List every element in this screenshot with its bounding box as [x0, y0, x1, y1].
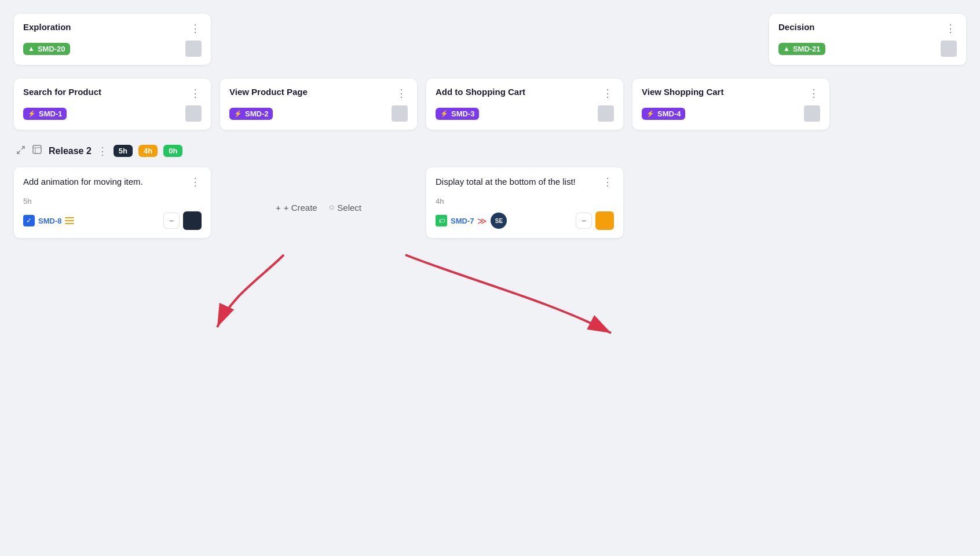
add-cart-avatar: [598, 105, 614, 122]
select-label: Select: [337, 203, 361, 213]
decision-avatar: [941, 41, 957, 57]
view-product-badge-text: SMD-2: [245, 109, 268, 118]
hamburger-line-3: [65, 223, 74, 224]
display-total-header: Display total at the bottom of the list!…: [436, 175, 614, 191]
release-cube-icon: [31, 144, 43, 158]
exploration-title: Exploration: [23, 22, 71, 32]
view-cart-footer: ⚡ SMD-4: [642, 105, 820, 122]
exploration-avatar: [185, 41, 202, 57]
bookmark-icon: 🏷: [436, 215, 447, 226]
exploration-card-header: Exploration ⋮: [23, 22, 202, 35]
hamburger-line-2: [65, 220, 74, 221]
add-cart-menu[interactable]: ⋮: [601, 87, 614, 100]
display-total-card: Display total at the bottom of the list!…: [426, 167, 623, 238]
time-badge-5h: 5h: [114, 145, 133, 157]
row-2: Search for Product ⋮ ⚡ SMD-1 View Produc…: [14, 79, 966, 130]
animation-card: Add animation for moving item. ⋮ 5h ✓ SM…: [14, 167, 211, 238]
release-col-2: + + Create ○ Select: [220, 167, 417, 247]
board: Exploration ⋮ ▲ SMD-20 Decision ⋮ ▲: [0, 0, 980, 261]
search-avatar: [185, 105, 202, 122]
chevron-double-icon: ≫: [477, 215, 487, 226]
add-cart-badge[interactable]: ⚡ SMD-3: [436, 108, 479, 120]
time-badge-4h: 4h: [138, 145, 158, 157]
decision-menu[interactable]: ⋮: [944, 22, 957, 35]
decision-badge[interactable]: ▲ SMD-21: [778, 43, 825, 55]
release-columns: Add animation for moving item. ⋮ 5h ✓ SM…: [14, 167, 966, 247]
view-cart-menu[interactable]: ⋮: [807, 87, 820, 100]
exploration-menu[interactable]: ⋮: [189, 22, 202, 35]
search-menu[interactable]: ⋮: [189, 87, 202, 100]
view-product-title: View Product Page: [229, 87, 308, 97]
display-total-left: 🏷 SMD-7 ≫ SE: [436, 213, 507, 229]
view-product-footer: ⚡ SMD-2: [229, 105, 408, 122]
exploration-badge[interactable]: ▲ SMD-20: [23, 43, 70, 55]
exploration-badge-text: SMD-20: [38, 45, 65, 53]
display-total-title: Display total at the bottom of the list!: [436, 175, 576, 188]
add-cart-header: Add to Shopping Cart ⋮: [436, 87, 614, 100]
animation-time: 5h: [23, 197, 202, 206]
animation-left: ✓ SMD-8: [23, 215, 74, 226]
select-button[interactable]: ○ Select: [329, 202, 361, 213]
view-cart-badge-icon: ⚡: [646, 110, 654, 118]
exploration-footer: ▲ SMD-20: [23, 41, 202, 57]
view-product-badge[interactable]: ⚡ SMD-2: [229, 108, 273, 120]
display-total-menu[interactable]: ⋮: [601, 175, 614, 188]
release-header: Release 2 ⋮ 5h 4h 0h: [14, 144, 966, 158]
search-product-card: Search for Product ⋮ ⚡ SMD-1: [14, 79, 211, 130]
add-cart-badge-text: SMD-3: [451, 109, 474, 118]
view-product-card: View Product Page ⋮ ⚡ SMD-2: [220, 79, 417, 130]
display-total-right: −: [576, 211, 614, 230]
avatar-se: SE: [491, 213, 507, 229]
decision-card: Decision ⋮ ▲ SMD-21: [769, 14, 966, 65]
view-product-avatar: [392, 105, 408, 122]
create-button[interactable]: + + Create: [276, 203, 317, 213]
search-footer: ⚡ SMD-1: [23, 105, 202, 122]
view-cart-title: View Shopping Cart: [642, 87, 723, 97]
view-product-header: View Product Page ⋮: [229, 87, 408, 100]
priority-dark-btn[interactable]: [183, 211, 202, 230]
display-total-badge-text[interactable]: SMD-7: [451, 217, 474, 225]
hamburger-icon: [65, 217, 74, 224]
decision-title: Decision: [778, 22, 815, 32]
view-product-badge-icon: ⚡: [234, 110, 242, 118]
priority-orange-btn[interactable]: [595, 211, 614, 230]
svg-rect-2: [33, 145, 41, 153]
row-1: Exploration ⋮ ▲ SMD-20 Decision ⋮ ▲: [14, 14, 966, 65]
add-cart-footer: ⚡ SMD-3: [436, 105, 614, 122]
search-badge-text: SMD-1: [39, 109, 62, 118]
display-minus-btn[interactable]: −: [576, 213, 592, 229]
animation-right: −: [163, 211, 202, 230]
release-col-3: Display total at the bottom of the list!…: [426, 167, 623, 238]
view-cart-card: View Shopping Cart ⋮ ⚡ SMD-4: [632, 79, 829, 130]
collapse-icon[interactable]: [16, 145, 25, 156]
search-badge[interactable]: ⚡ SMD-1: [23, 108, 67, 120]
priority-minus-btn[interactable]: −: [163, 213, 180, 229]
view-cart-avatar: [804, 105, 820, 122]
add-cart-card: Add to Shopping Cart ⋮ ⚡ SMD-3: [426, 79, 623, 130]
release-menu[interactable]: ⋮: [97, 145, 108, 158]
display-total-time: 4h: [436, 197, 614, 206]
circle-icon: ○: [329, 202, 335, 213]
animation-badge-text[interactable]: SMD-8: [38, 217, 61, 225]
release-col-1: Add animation for moving item. ⋮ 5h ✓ SM…: [14, 167, 211, 238]
view-cart-badge[interactable]: ⚡ SMD-4: [642, 108, 685, 120]
animation-menu[interactable]: ⋮: [189, 175, 202, 188]
decision-card-header: Decision ⋮: [778, 22, 957, 35]
search-header: Search for Product ⋮: [23, 87, 202, 100]
view-cart-badge-text: SMD-4: [657, 109, 681, 118]
search-badge-icon: ⚡: [28, 110, 36, 118]
search-title: Search for Product: [23, 87, 101, 97]
display-total-footer: 🏷 SMD-7 ≫ SE −: [436, 211, 614, 230]
animation-title: Add animation for moving item.: [23, 175, 143, 188]
exploration-badge-arrow: ▲: [28, 45, 35, 53]
exploration-card: Exploration ⋮ ▲ SMD-20: [14, 14, 211, 65]
plus-icon: +: [276, 203, 281, 213]
decision-badge-arrow: ▲: [783, 45, 790, 53]
view-product-menu[interactable]: ⋮: [395, 87, 408, 100]
hamburger-line-1: [65, 217, 74, 218]
create-label: + Create: [284, 203, 317, 213]
checkbox-icon[interactable]: ✓: [23, 215, 35, 226]
add-cart-title: Add to Shopping Cart: [436, 87, 525, 97]
release-section: Release 2 ⋮ 5h 4h 0h Add animation for m…: [14, 144, 966, 247]
decision-badge-text: SMD-21: [793, 45, 821, 53]
